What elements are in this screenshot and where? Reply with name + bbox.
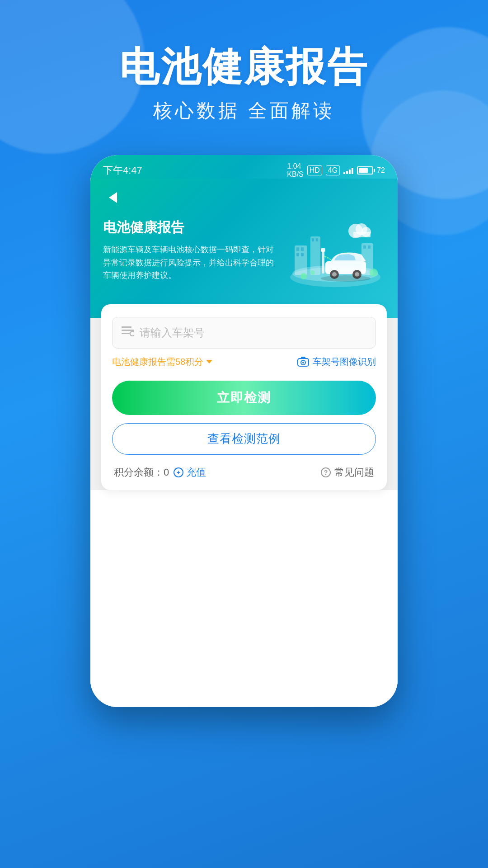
vin-input-wrapper[interactable]: 请输入车架号 xyxy=(112,317,376,349)
detect-button[interactable]: 立即检测 xyxy=(112,381,376,415)
app-header: 电池健康报告 新能源车辆及车辆电池核心数据一码即查，针对异常记录数据进行风险提示… xyxy=(90,179,398,318)
recharge-button[interactable]: + 充值 xyxy=(174,466,206,479)
svg-rect-4 xyxy=(301,247,304,251)
list-search-icon xyxy=(122,326,134,339)
bottom-info-row: 积分余额：0 + 充值 ? xyxy=(112,466,376,479)
battery-percent: 72 xyxy=(377,166,385,175)
svg-rect-3 xyxy=(296,247,299,251)
svg-rect-28 xyxy=(122,326,131,328)
hd-icon: HD xyxy=(307,165,322,175)
status-time: 下午4:47 xyxy=(103,164,142,177)
network-speed: 1.04KB/S xyxy=(287,162,303,179)
4g-icon: 4G xyxy=(326,165,340,175)
dropdown-arrow-icon xyxy=(206,360,212,363)
svg-point-24 xyxy=(321,275,371,282)
points-cost[interactable]: 电池健康报告需58积分 xyxy=(112,356,212,368)
svg-rect-11 xyxy=(363,245,366,249)
page-sub-title: 核心数据 全面解读 xyxy=(153,98,335,123)
sample-button[interactable]: 查看检测范例 xyxy=(112,423,376,455)
svg-point-25 xyxy=(300,273,307,279)
svg-rect-6 xyxy=(301,253,304,256)
faq-button[interactable]: ? 常见问题 xyxy=(321,466,374,479)
svg-point-26 xyxy=(370,269,378,277)
phone-mockup: 下午4:47 1.04KB/S HD 4G 72 xyxy=(90,155,398,707)
svg-rect-18 xyxy=(321,248,325,252)
svg-rect-30 xyxy=(122,333,131,334)
camera-label: 车架号图像识别 xyxy=(313,356,376,368)
balance-label: 积分余额：0 xyxy=(114,466,169,479)
svg-rect-5 xyxy=(296,253,299,256)
svg-rect-17 xyxy=(322,250,324,274)
status-bar: 下午4:47 1.04KB/S HD 4G 72 xyxy=(90,155,398,179)
points-info-row: 电池健康报告需58积分 车架号图像识别 xyxy=(112,356,376,368)
recharge-label: 充值 xyxy=(186,466,206,479)
svg-rect-16 xyxy=(353,232,371,237)
svg-rect-9 xyxy=(316,238,318,241)
faq-label: 常见问题 xyxy=(334,466,374,479)
svg-rect-7 xyxy=(310,236,320,275)
back-arrow-icon xyxy=(109,192,117,203)
back-button[interactable] xyxy=(103,188,123,208)
svg-rect-29 xyxy=(122,330,134,331)
points-cost-label: 电池健康报告需58积分 xyxy=(112,356,203,368)
camera-recognition-btn[interactable]: 车架号图像识别 xyxy=(297,356,376,368)
phone-bottom-space xyxy=(90,490,398,707)
input-card: 请输入车架号 电池健康报告需58积分 xyxy=(101,304,387,490)
svg-line-32 xyxy=(134,335,135,336)
signal-icon xyxy=(343,167,353,174)
svg-rect-8 xyxy=(312,238,314,241)
svg-text:+: + xyxy=(177,469,180,476)
car-illustration xyxy=(286,218,385,291)
battery-icon xyxy=(357,166,373,175)
app-title: 电池健康报告 xyxy=(103,218,277,237)
svg-text:?: ? xyxy=(324,469,328,476)
header-text: 电池健康报告 新能源车辆及车辆电池核心数据一码即查，针对异常记录数据进行风险提示… xyxy=(103,218,286,282)
svg-point-36 xyxy=(302,362,304,363)
vin-input-placeholder: 请输入车架号 xyxy=(140,326,366,340)
svg-point-27 xyxy=(310,270,315,275)
balance-info: 积分余额：0 + 充值 xyxy=(114,466,206,479)
app-description: 新能源车辆及车辆电池核心数据一码即查，针对异常记录数据进行风险提示，并给出科学合… xyxy=(103,243,277,282)
svg-rect-12 xyxy=(368,245,371,249)
status-icons: 1.04KB/S HD 4G 72 xyxy=(287,162,385,179)
page-main-title: 电池健康报告 xyxy=(119,45,369,89)
